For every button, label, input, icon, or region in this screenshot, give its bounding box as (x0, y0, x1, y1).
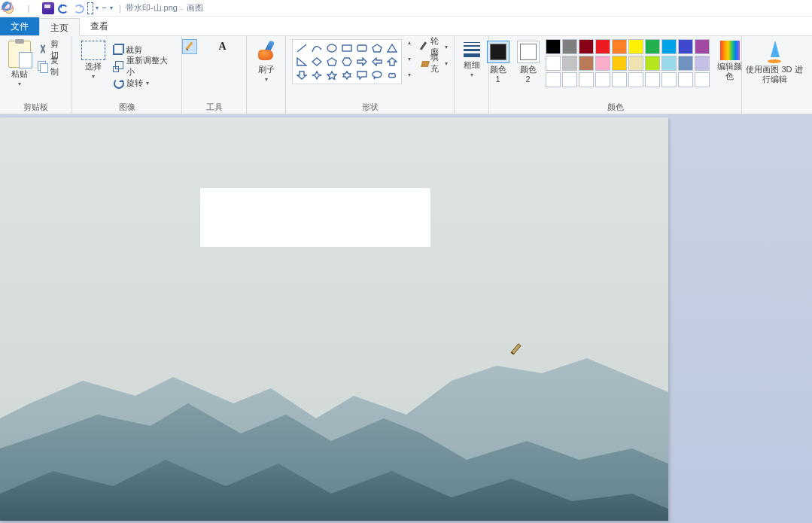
palette-custom-slot[interactable] (546, 72, 561, 87)
shape-oval[interactable] (325, 42, 339, 54)
size-button[interactable]: 粗细 ▾ (459, 39, 485, 80)
color-palette (546, 39, 710, 87)
color1-button[interactable]: 颜色 1 (485, 39, 511, 86)
undo-button[interactable] (57, 2, 69, 14)
tool-pencil[interactable] (182, 39, 197, 54)
tool-fill[interactable] (199, 39, 214, 54)
tab-home[interactable]: 主页 (39, 18, 80, 36)
shape-star5[interactable] (325, 69, 339, 81)
shape-arrow-up[interactable] (385, 56, 399, 68)
palette-color[interactable] (579, 39, 594, 54)
shapes-expand[interactable]: ▾ (408, 71, 411, 78)
palette-custom-slot[interactable] (628, 72, 643, 87)
palette-color[interactable] (546, 39, 561, 54)
resize-button[interactable]: 重新调整大小 (113, 59, 175, 74)
shape-triangle[interactable] (385, 42, 399, 54)
group-clipboard: 粘贴 ▾ 剪切 复制 剪贴板 (0, 36, 72, 114)
shape-star6[interactable] (340, 69, 354, 81)
palette-color[interactable] (562, 39, 577, 54)
svg-marker-14 (312, 71, 321, 79)
quick-select-button[interactable]: ▾ (87, 2, 99, 14)
edit-colors-button[interactable]: 编辑颜色 (714, 39, 746, 83)
color2-button[interactable]: 颜色 2 (515, 39, 541, 86)
select-icon (81, 41, 105, 60)
shape-rect[interactable] (340, 42, 354, 54)
svg-point-1 (327, 44, 336, 52)
svg-marker-16 (343, 71, 351, 79)
tab-file[interactable]: 文件 (0, 17, 39, 35)
tool-color-picker[interactable] (199, 56, 214, 71)
tool-eraser[interactable] (182, 56, 197, 71)
rotate-button[interactable]: 旋转 ▾ (113, 75, 175, 90)
palette-color[interactable] (562, 56, 577, 71)
shape-arrow-left[interactable] (370, 56, 384, 68)
resize-icon (113, 61, 123, 71)
palette-custom-slot[interactable] (645, 72, 660, 87)
shape-right-triangle[interactable] (295, 56, 309, 68)
copy-button[interactable]: 复制 (38, 59, 65, 74)
canvas-image (0, 117, 668, 521)
svg-marker-12 (388, 58, 397, 65)
palette-color[interactable] (645, 39, 660, 54)
shape-diamond[interactable] (310, 56, 324, 68)
shape-callout-oval[interactable] (370, 69, 384, 81)
shape-fill-button[interactable]: 填充 ▾ (420, 56, 448, 71)
palette-color[interactable] (595, 39, 610, 54)
palette-color[interactable] (695, 39, 710, 54)
shapes-scroll-down[interactable]: ▾ (408, 56, 411, 62)
white-rectangle-overlay (200, 188, 430, 247)
svg-marker-13 (297, 71, 306, 79)
palette-custom-slot[interactable] (612, 72, 627, 87)
palette-color[interactable] (678, 39, 693, 54)
tab-view[interactable]: 查看 (80, 17, 119, 35)
palette-color[interactable] (678, 56, 693, 71)
redo-button[interactable] (72, 2, 84, 14)
select-button[interactable]: 选择 ▾ (78, 39, 108, 81)
canvas[interactable] (0, 117, 668, 521)
palette-color[interactable] (628, 39, 643, 54)
tool-magnifier[interactable] (215, 56, 230, 71)
svg-marker-15 (327, 71, 336, 80)
svg-marker-9 (342, 58, 351, 65)
paint3d-button[interactable]: 使用画图 3D 进行编辑 (742, 39, 807, 86)
palette-color[interactable] (628, 56, 643, 71)
palette-color[interactable] (612, 39, 627, 54)
save-button[interactable] (42, 2, 54, 14)
palette-color[interactable] (645, 56, 660, 71)
shape-hexagon[interactable] (340, 56, 354, 68)
shapes-scroll-up[interactable]: ▴ (408, 39, 411, 46)
brushes-button[interactable]: 刷子 ▾ (251, 39, 282, 84)
palette-color[interactable] (546, 56, 561, 71)
palette-custom-slot[interactable] (562, 72, 577, 87)
palette-custom-slot[interactable] (595, 72, 610, 87)
palette-custom-slot[interactable] (661, 72, 677, 87)
shape-roundrect[interactable] (355, 42, 369, 54)
customize-qat-button[interactable]: ▾ (102, 2, 114, 14)
palette-color[interactable] (612, 56, 627, 71)
tool-text[interactable]: A (215, 39, 230, 54)
palette-color[interactable] (579, 56, 594, 71)
shape-callout-rect[interactable] (355, 69, 369, 81)
shape-curve[interactable] (310, 42, 324, 54)
shape-gallery[interactable] (292, 39, 402, 84)
shape-star4[interactable] (310, 69, 324, 81)
palette-custom-slot[interactable] (678, 72, 693, 87)
shape-polygon[interactable] (370, 42, 384, 54)
workspace[interactable] (0, 114, 812, 523)
palette-color[interactable] (661, 56, 677, 71)
shape-line[interactable] (295, 42, 309, 54)
palette-color[interactable] (695, 56, 710, 71)
palette-color[interactable] (595, 56, 610, 71)
crop-icon (113, 45, 123, 55)
svg-marker-4 (373, 44, 382, 52)
shape-pentagon[interactable] (325, 56, 339, 68)
outline-icon (420, 41, 427, 52)
shape-arrow-down[interactable] (295, 69, 309, 81)
shape-arrow-right[interactable] (355, 56, 369, 68)
paste-button[interactable]: 粘贴 ▾ (6, 39, 33, 89)
shape-callout-cloud[interactable] (385, 69, 399, 81)
palette-custom-slot[interactable] (579, 72, 594, 87)
palette-color[interactable] (661, 39, 677, 54)
palette-custom-slot[interactable] (695, 72, 710, 87)
group-paint3d: 使用画图 3D 进行编辑 (742, 36, 807, 114)
